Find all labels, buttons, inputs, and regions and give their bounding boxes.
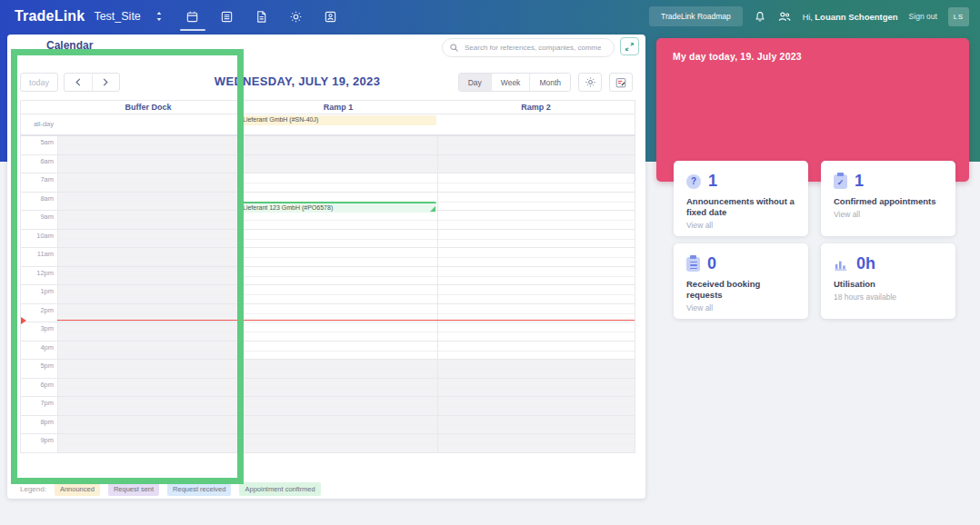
hour-row-9am[interactable]: 9am (21, 211, 635, 230)
stat-card-utilisation[interactable]: 0hUtilisation18 hours available (821, 243, 955, 319)
stat-label: Confirmed appointments (834, 196, 943, 207)
legend-chips: AnnouncedRequest sentRequest receivedApp… (46, 482, 321, 496)
hour-label: 7pm (21, 399, 54, 407)
hour-row-1pm[interactable]: 1pm (21, 285, 635, 304)
view-week-button[interactable]: Week (491, 74, 530, 91)
note-calendar-icon (615, 76, 627, 89)
nav-contacts-icon[interactable] (323, 5, 339, 27)
column-divider (437, 136, 438, 452)
half-hour-line (57, 220, 635, 221)
hour-row-10am[interactable]: 10am (21, 230, 635, 249)
time-grid-body[interactable]: 5am6am7am8am9am10am11am12pm1pm2pm3pm4pm5… (21, 136, 635, 452)
legend-chip-request-received: Request received (167, 482, 231, 496)
scheduling-assistant-button[interactable] (609, 73, 633, 92)
hour-label: 5am (21, 138, 54, 146)
hour-row-8pm[interactable]: 8pm (21, 416, 635, 435)
hour-row-5pm[interactable]: 5pm (21, 360, 635, 379)
brand-logo[interactable]: TradeLink (15, 8, 85, 25)
hour-row-6am[interactable]: 6am (21, 155, 635, 174)
nav-document-icon[interactable] (254, 5, 270, 27)
next-day-button[interactable] (93, 74, 120, 91)
stat-sublabel[interactable]: View all (686, 303, 795, 312)
prev-day-button[interactable] (65, 74, 93, 91)
hour-row-3pm[interactable]: 3pm (21, 322, 635, 342)
legend-bar: Legend: AnnouncedRequest sentRequest rec… (20, 482, 321, 496)
notifications-bell-icon[interactable] (754, 10, 766, 24)
app-window: TradeLink Test_Site TradeLink Roadmap Hi… (0, 0, 980, 525)
legend-label: Legend: (20, 485, 46, 493)
view-month-button[interactable]: Month (529, 74, 570, 91)
stat-sublabel[interactable]: View all (686, 221, 795, 230)
half-hour-line (57, 425, 635, 426)
hour-label: 9am (21, 213, 54, 221)
all-day-row[interactable]: all-day Lieferant GmbH (#SN-40J) (21, 114, 635, 136)
hour-row-11am[interactable]: 11am (21, 248, 635, 267)
sign-out-link[interactable]: Sign out (909, 12, 937, 21)
event-resize-handle[interactable] (430, 206, 435, 212)
hour-row-4pm[interactable]: 4pm (21, 342, 635, 361)
user-greeting: Hi, Louann Schoentgen (803, 12, 898, 22)
hour-row-9pm[interactable]: 9pm (21, 434, 635, 452)
half-hour-line (57, 145, 635, 146)
today-button[interactable]: today (20, 73, 58, 92)
hour-label: 3pm (21, 324, 54, 332)
calendar-toolbar: today WEDNESDAY, JULY 19, 2023 DayWeekMo… (20, 73, 633, 92)
half-hour-line (57, 294, 635, 295)
view-tools: DayWeekMonth (458, 73, 633, 92)
event-appointment-confirmed[interactable]: Lieferant 123 GmbH (#PO6578) (240, 202, 436, 213)
hour-row-7pm[interactable]: 7pm (21, 397, 635, 416)
half-hour-line (57, 257, 635, 258)
nav-table-icon[interactable] (219, 5, 235, 27)
question-circle-icon: ? (686, 174, 701, 189)
hour-row-6pm[interactable]: 6pm (21, 379, 635, 398)
stat-sublabel[interactable]: View all (834, 210, 943, 219)
view-day-button[interactable]: Day (459, 74, 491, 91)
stat-label: Utilisation (834, 279, 943, 290)
chevron-right-icon (102, 78, 109, 86)
stat-card-confirmed-appointments[interactable]: ✓1Confirmed appointmentsView all (821, 161, 955, 236)
expand-calendar-button[interactable] (620, 37, 639, 55)
current-time-marker (21, 317, 26, 324)
calendar-settings-button[interactable] (578, 73, 602, 92)
user-name[interactable]: Louann Schoentgen (815, 12, 897, 22)
legend-chip-request-sent: Request sent (108, 482, 159, 496)
roadmap-button[interactable]: TradeLink Roadmap (649, 6, 743, 26)
stat-card-received-booking-requests[interactable]: 0Received booking requestsView all (674, 243, 808, 319)
stat-value: 1 (708, 172, 717, 191)
view-switcher: DayWeekMonth (458, 73, 571, 92)
event-announced[interactable]: Lieferant GmbH (#SN-40J) (240, 115, 436, 125)
search-input[interactable] (463, 43, 603, 53)
site-name[interactable]: Test_Site (94, 10, 140, 23)
stat-sublabel[interactable]: 18 hours available (834, 292, 943, 302)
hour-row-7am[interactable]: 7am (21, 173, 635, 193)
half-hour-line (57, 443, 635, 444)
calendar-panel: Calendar today WEDNESDAY, JULY 19, 2 (7, 35, 645, 499)
stat-value: 0 (707, 254, 716, 273)
legend-chip-appointment-confirmed: Appointment confirmed (239, 482, 320, 496)
half-hour-line (57, 388, 635, 389)
hour-label: 8am (21, 194, 54, 203)
hour-label: 6pm (21, 381, 54, 389)
stat-card-announcements-without-a-fixed-[interactable]: ?1Announcements without a fixed dateView… (674, 161, 808, 236)
avatar[interactable]: LS (948, 7, 969, 26)
clipboard-check-icon: ✓ (834, 174, 847, 189)
nav-calendar-icon[interactable] (185, 5, 201, 27)
half-hour-line (57, 276, 635, 277)
column-header-buffer-dock: Buffer Dock (57, 101, 239, 114)
half-hour-line (57, 369, 635, 370)
hour-row-5am[interactable]: 5am (21, 136, 635, 155)
users-icon[interactable] (777, 10, 792, 24)
search-icon (449, 43, 459, 53)
grid-header-row: Buffer DockRamp 1Ramp 2 (21, 101, 635, 114)
current-time-line (57, 320, 635, 321)
hour-row-12pm[interactable]: 12pm (21, 267, 635, 286)
hour-label: 6am (21, 157, 54, 165)
site-switcher-icon[interactable] (154, 10, 165, 23)
hour-label: 9pm (21, 436, 54, 444)
clipboard-list-icon (686, 257, 700, 272)
hour-label: 11am (21, 250, 54, 258)
nav-settings-icon[interactable] (288, 5, 305, 27)
hour-label: 1pm (21, 287, 54, 295)
nav-icon-bar (185, 5, 339, 27)
half-hour-line (57, 183, 635, 183)
